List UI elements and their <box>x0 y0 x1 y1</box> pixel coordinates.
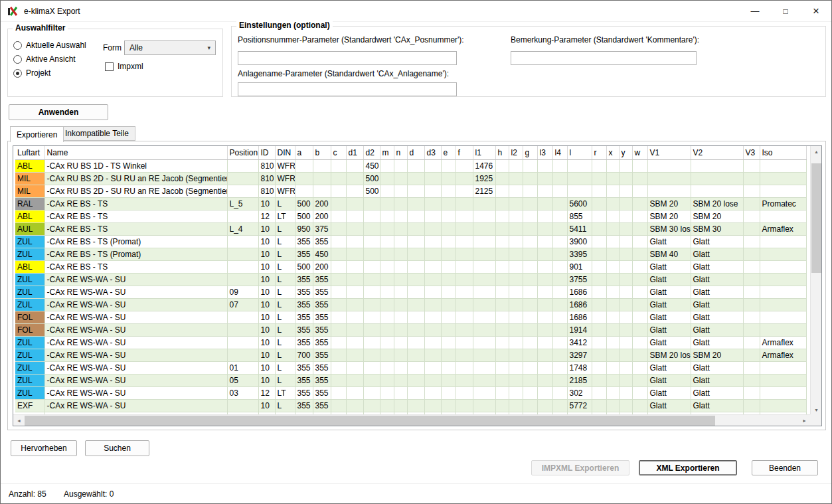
column-header-d[interactable]: d <box>407 146 424 159</box>
table-row[interactable]: ABL-CAx RU BS 1D - TS Winkel810WFR450147… <box>15 159 806 172</box>
radio-aktuelle-auswahl[interactable]: Aktuelle Auswahl <box>13 41 86 50</box>
vertical-scrollbar-thumb[interactable] <box>811 163 821 273</box>
column-header-V2[interactable]: V2 <box>691 146 743 159</box>
horizontal-scrollbar[interactable]: ◄ ► <box>13 414 810 426</box>
hervorheben-button[interactable]: Hervorheben <box>11 440 77 456</box>
column-header-l1[interactable]: l1 <box>473 146 495 159</box>
radio-projekt[interactable]: Projekt <box>13 68 50 78</box>
cell-n <box>394 185 407 197</box>
cell-din: L <box>275 286 295 298</box>
table-row[interactable]: ABL-CAx RE BS - TS10L500200901GlattGlatt <box>15 260 806 273</box>
table-row[interactable]: ZUL-CAx RE BS - TS (Promat)10L3554503395… <box>15 248 806 260</box>
table-row[interactable]: ABL-CAx RE BS - TS12LT500200855SBM 20SBM… <box>15 210 806 222</box>
column-header-l[interactable]: l <box>567 146 592 159</box>
horizontal-scrollbar-thumb[interactable] <box>25 416 715 426</box>
tab-exportieren[interactable]: Exportieren <box>10 126 64 142</box>
table-row[interactable]: EXF-CAx RE WS-WA - SU10L3553555772GlattG… <box>15 399 806 412</box>
anwenden-button[interactable]: Anwenden <box>9 104 108 120</box>
minimize-icon[interactable]: — <box>740 1 770 21</box>
table-row[interactable]: ZUL-CAx RE WS-WA - SU0110L3553551748Glat… <box>15 361 806 374</box>
column-header-a[interactable]: a <box>295 146 313 159</box>
table-row[interactable]: AUL-CAx RE BS - TSL_410L9503755411SBM 30… <box>15 222 806 235</box>
scroll-up-icon[interactable]: ▲ <box>811 146 822 157</box>
table-row[interactable]: ZUL-CAx RE BS - TS (Promat)10L3553553900… <box>15 235 806 248</box>
cell-l3 <box>537 349 552 361</box>
column-header-d1[interactable]: d1 <box>346 146 363 159</box>
column-header-h[interactable]: h <box>495 146 509 159</box>
cell-e <box>441 260 456 273</box>
column-header-V3[interactable]: V3 <box>743 146 760 159</box>
table-row[interactable]: ZUL-CAx RE WS-WA - SU0710L3553551686Glat… <box>15 298 806 311</box>
table-row[interactable]: ZUL-CAx RE WS-WA - SU10L7003553297SBM 20… <box>15 349 806 361</box>
column-header-f[interactable]: f <box>456 146 473 159</box>
bemerkung-input[interactable] <box>511 51 697 65</box>
radio-aktive-ansicht[interactable]: Aktive Ansicht <box>13 54 76 64</box>
suchen-button[interactable]: Suchen <box>85 440 149 456</box>
column-header-n[interactable]: n <box>394 146 407 159</box>
column-header-l4[interactable]: l4 <box>552 146 567 159</box>
cell-l4 <box>552 222 567 235</box>
table-row[interactable]: MIL-CAx RU BS 2D - SU RU an RE Jacob (Se… <box>15 185 806 197</box>
impxml-checkbox-row[interactable]: Impxml <box>105 62 143 71</box>
close-icon[interactable]: × <box>801 1 831 21</box>
table-row[interactable]: ZUL-CAx RE WS-WA - SU0312LT355355302Glat… <box>15 386 806 399</box>
column-header-position[interactable]: Position <box>227 146 258 159</box>
xml-exportieren-button[interactable]: XML Exportieren <box>639 460 737 475</box>
column-header-w[interactable]: w <box>632 146 647 159</box>
cell-din: WFR <box>275 185 295 197</box>
column-header-b[interactable]: b <box>313 146 331 159</box>
column-header-r[interactable]: r <box>592 146 606 159</box>
tab-inkompatible-teile[interactable]: Inkompatible Teile <box>58 126 135 141</box>
column-header-x[interactable]: x <box>606 146 619 159</box>
vertical-scrollbar[interactable]: ▲ ▼ <box>810 146 821 416</box>
cell-m <box>380 159 394 172</box>
cell-l: 3900 <box>567 235 592 248</box>
cell-y <box>619 323 632 336</box>
column-header-m[interactable]: m <box>380 146 394 159</box>
cell-d <box>407 248 424 260</box>
cell-n <box>394 235 407 248</box>
form-dropdown[interactable]: Alle ▾ <box>124 41 216 55</box>
column-header-l3[interactable]: l3 <box>537 146 552 159</box>
column-header-id[interactable]: ID <box>258 146 275 159</box>
table-row[interactable]: ZUL-CAx RE WS-WA - SU0910L3553551686Glat… <box>15 286 806 298</box>
table-row[interactable]: ZUL-CAx RE WS-WA - SU10L3553553755GlattG… <box>15 273 806 286</box>
column-header-Iso[interactable]: Iso <box>760 146 806 159</box>
column-header-y[interactable]: y <box>619 146 632 159</box>
cell-d3 <box>424 260 441 273</box>
column-header-e[interactable]: e <box>441 146 456 159</box>
scroll-right-icon[interactable]: ► <box>799 415 810 426</box>
posnummer-input[interactable] <box>238 51 457 65</box>
column-header-V1[interactable]: V1 <box>647 146 691 159</box>
table-row[interactable]: MIL-CAx RU BS 2D - SU RU an RE Jacob (Se… <box>15 172 806 185</box>
cell-V3 <box>743 197 760 210</box>
column-header-din[interactable]: DIN <box>275 146 295 159</box>
column-header-luftart[interactable]: Luftart <box>15 146 44 159</box>
cell-c <box>331 197 346 210</box>
column-header-name[interactable]: Name <box>44 146 227 159</box>
cell-x <box>606 361 619 374</box>
table-row[interactable]: ZUL-CAx RE WS-WA - SU10L3553553412GlattG… <box>15 336 806 349</box>
table-row[interactable]: ZUL-CAx RE WS-WA - SU0510L3553552185Glat… <box>15 374 806 386</box>
table-row[interactable]: FOL-CAx RE WS-WA - SU10L3553551914GlattG… <box>15 323 806 336</box>
cell-x <box>606 286 619 298</box>
anlagename-input[interactable] <box>238 82 457 96</box>
cell-V2 <box>691 159 743 172</box>
column-header-l2[interactable]: l2 <box>509 146 523 159</box>
cell-d1 <box>346 197 363 210</box>
cell-n <box>394 197 407 210</box>
scroll-left-icon[interactable]: ◄ <box>13 415 25 426</box>
table-row[interactable]: FOL-CAx RE WS-WA - SU10L3553551686GlattG… <box>15 311 806 323</box>
maximize-icon[interactable]: □ <box>770 1 801 21</box>
cell-l3 <box>537 235 552 248</box>
column-header-c[interactable]: c <box>331 146 346 159</box>
export-tab-panel: LuftartNamePositionIDDINabcd1d2mndd3efl1… <box>7 141 826 430</box>
cell-a: 355 <box>295 248 313 260</box>
column-header-d3[interactable]: d3 <box>424 146 441 159</box>
cell-a: 355 <box>295 361 313 374</box>
column-header-g[interactable]: g <box>523 146 537 159</box>
cell-l1 <box>473 323 495 336</box>
table-row[interactable]: RAL-CAx RE BS - TSL_510L5002005600SBM 20… <box>15 197 806 210</box>
beenden-button[interactable]: Beenden <box>752 460 818 475</box>
column-header-d2[interactable]: d2 <box>363 146 380 159</box>
